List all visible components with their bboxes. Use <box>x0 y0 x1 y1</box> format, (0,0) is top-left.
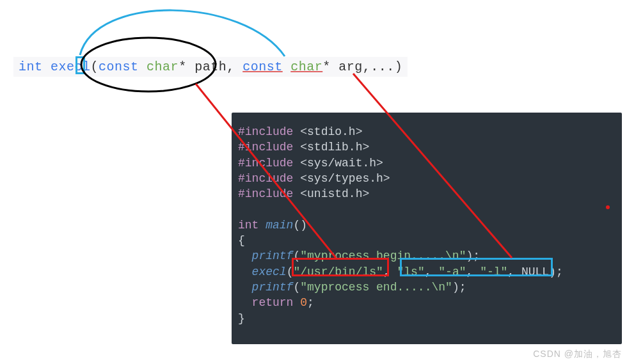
highlight-path-arg <box>292 258 389 276</box>
arc-l-to-arg <box>80 10 285 56</box>
sig-param2-type: char <box>290 59 322 74</box>
sig-param2-star: * <box>322 59 331 74</box>
sig-return-type: int <box>19 59 43 74</box>
watermark: CSDN @加油，旭杏 <box>533 349 622 360</box>
code-line-7: int main() <box>238 218 615 233</box>
sig-param2-const: const <box>242 59 283 74</box>
red-dot-icon <box>606 205 610 209</box>
sig-param1-type: char <box>147 59 179 74</box>
code-line-2: #include <stdlib.h> <box>238 139 615 155</box>
highlight-l-letter <box>75 56 85 74</box>
sig-param1-star: * <box>179 59 187 74</box>
sig-param2-name: arg <box>338 59 363 74</box>
code-line-1: #include <stdio.h> <box>238 124 615 139</box>
highlight-varargs <box>400 258 553 276</box>
code-line-12: return 0; <box>238 295 615 310</box>
code-line-6 <box>238 202 615 217</box>
code-line-5: #include <unistd.h> <box>238 186 615 202</box>
sig-ellipsis: ,...) <box>363 59 403 74</box>
sig-comma: , <box>226 59 235 74</box>
code-sample: #include <stdio.h> #include <stdlib.h> #… <box>232 113 622 344</box>
code-line-4: #include <sys/types.h> <box>238 171 615 186</box>
sig-open-paren: ( <box>91 59 99 74</box>
code-line-3: #include <sys/wait.h> <box>238 155 615 171</box>
sig-param1-name: path <box>194 59 226 74</box>
execl-signature: int execl(const char* path, const char* … <box>13 57 408 77</box>
code-line-13: } <box>238 311 615 326</box>
sig-param1-const: const <box>99 59 139 74</box>
code-line-8: { <box>238 233 615 248</box>
code-line-11: printf("myprocess end.....\n"); <box>238 280 615 295</box>
